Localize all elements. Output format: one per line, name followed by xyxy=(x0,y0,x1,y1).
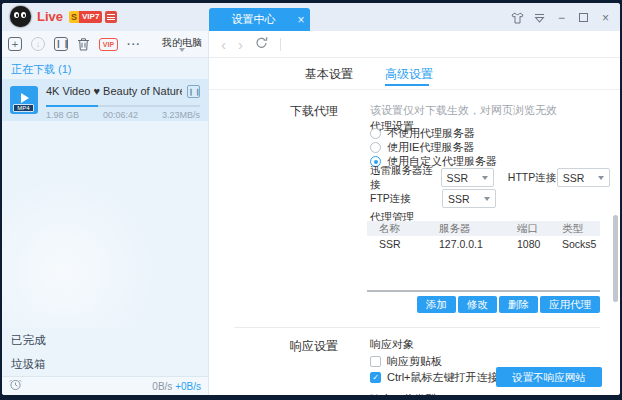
download-list-item[interactable]: MP4 4K Video ♥ Beauty of Nature.mp4 ❙❙ 1… xyxy=(2,79,208,121)
settings-panel: ‹ › 基本设置 高级设置 下载代理 该设置仅对下载生效，对网页浏览无效 代理设… xyxy=(209,31,620,395)
titlebar: Live SVIP7 设置中心 × − × xyxy=(2,3,620,31)
proxy-table-header: 名称 服务器 端口 类型 xyxy=(367,221,600,236)
new-task-icon[interactable]: + xyxy=(8,37,22,51)
app-logo-icon[interactable] xyxy=(10,6,31,27)
window-controls: − × xyxy=(511,11,612,24)
proxy-note: 该设置仅对下载生效，对网页浏览无效 xyxy=(370,103,557,118)
http-connection-select[interactable]: SSR xyxy=(557,168,610,187)
close-button[interactable]: × xyxy=(599,11,612,24)
radio-ie-proxy[interactable]: 使用IE代理服务器 xyxy=(370,141,474,154)
radio-icon[interactable] xyxy=(370,128,381,139)
proxy-connection-row-2: FTP连接 SSR xyxy=(370,189,496,208)
settings-content: 基本设置 高级设置 下载代理 该设置仅对下载生效，对网页浏览无效 代理设置 不使… xyxy=(209,58,620,395)
video-thumbnail: MP4 xyxy=(10,86,38,114)
delete-proxy-button[interactable]: 删除 xyxy=(499,296,538,313)
section-separator xyxy=(234,327,600,328)
active-tab-underline xyxy=(385,84,429,86)
proxy-table: 名称 服务器 端口 类型 SSR 127.0.0.1 1080 Socks5 xyxy=(367,221,600,292)
sidebar: + ↓ ❙❙ VIP ··· 我的电脑 正在下载 (1) MP4 xyxy=(2,31,209,395)
app-window: Live SVIP7 设置中心 × − × + ↓ xyxy=(0,0,622,400)
tabs-separator xyxy=(209,89,620,90)
tab-advanced-settings[interactable]: 高级设置 xyxy=(385,66,433,83)
pause-download-icon[interactable]: ❙❙ xyxy=(54,37,68,51)
checkbox-checked-icon[interactable]: ✓ xyxy=(370,372,381,383)
format-badge: MP4 xyxy=(13,104,34,112)
select-arrow-icon xyxy=(484,197,490,201)
download-speed: 3.23MB/s xyxy=(162,110,200,120)
speed-indicator: 0B/s +0B/s xyxy=(152,381,201,392)
tab-title: 设置中心 xyxy=(209,12,292,27)
more-actions-icon[interactable]: ··· xyxy=(127,38,141,50)
ftp-connection-select[interactable]: SSR xyxy=(442,189,496,208)
svip-s: S xyxy=(69,11,79,23)
minimize-button[interactable]: − xyxy=(555,11,568,24)
progress-bar xyxy=(46,105,200,107)
sidebar-item-completed[interactable]: 已完成 xyxy=(2,328,208,352)
response-object-label: 响应对象 xyxy=(370,337,414,352)
my-computer-label: 我的电脑 xyxy=(162,37,202,48)
file-size: 1.98 GB xyxy=(46,110,79,120)
radio-icon[interactable] xyxy=(370,142,381,153)
checkbox-icon[interactable] xyxy=(370,356,381,367)
proxy-table-row[interactable]: SSR 127.0.0.1 1080 Socks5 xyxy=(367,236,600,253)
sidebar-item-trash[interactable]: 垃圾箱 xyxy=(2,352,208,376)
down-speed: 0B/s xyxy=(152,381,172,392)
live-label: Live xyxy=(37,9,63,24)
forward-icon[interactable]: › xyxy=(238,37,243,52)
proxy-table-empty-area xyxy=(367,253,600,290)
section-download-proxy: 下载代理 xyxy=(290,103,338,120)
up-speed: +0B/s xyxy=(175,381,201,392)
download-stats: 1.98 GB 00:06:42 3.23MB/s xyxy=(46,110,200,120)
set-nonresponse-sites-button[interactable]: 设置不响应网站 xyxy=(496,367,602,387)
back-icon[interactable]: ‹ xyxy=(221,37,226,52)
response-download-type-label: 响应下载类型 xyxy=(370,392,436,395)
sidebar-item-downloading[interactable]: 正在下载 (1) xyxy=(2,58,208,79)
proxy-connection-row-1: 迅雷服务器连接 SSR HTTP连接 SSR xyxy=(370,168,610,187)
elapsed-time: 00:06:42 xyxy=(103,110,138,120)
progress-fill xyxy=(46,105,98,107)
item-pause-button[interactable]: ❙❙ xyxy=(187,85,200,98)
main-menu-icon[interactable] xyxy=(533,11,546,24)
delete-task-icon[interactable] xyxy=(77,37,90,51)
vip-badges[interactable]: SVIP7 xyxy=(69,11,117,23)
select-arrow-icon xyxy=(598,176,604,180)
my-computer-dropdown[interactable]: 我的电脑 xyxy=(162,37,202,52)
add-proxy-button[interactable]: 添加 xyxy=(417,296,456,313)
svip-level: VIP7 xyxy=(79,11,102,23)
download-title: 4K Video ♥ Beauty of Nature.mp4 xyxy=(46,85,182,97)
maximize-button[interactable] xyxy=(577,11,590,24)
start-download-icon[interactable]: ↓ xyxy=(31,37,45,51)
skin-icon[interactable] xyxy=(511,11,524,24)
play-icon xyxy=(21,93,29,103)
tab-close-icon[interactable]: × xyxy=(292,13,310,27)
thunder-connection-select[interactable]: SSR xyxy=(441,168,494,187)
statusbar: 0B/s +0B/s xyxy=(2,376,208,395)
scrollbar-thumb[interactable] xyxy=(613,215,618,302)
download-toolbar: + ↓ ❙❙ VIP ··· 我的电脑 xyxy=(2,31,208,58)
refresh-icon[interactable] xyxy=(255,35,268,53)
brand: Live SVIP7 xyxy=(10,6,117,27)
browser-navbar: ‹ › xyxy=(209,31,620,58)
svip-badge[interactable]: SVIP7 xyxy=(69,11,102,23)
sidebar-watermark xyxy=(2,121,208,328)
thunder-connection-label: 迅雷服务器连接 xyxy=(370,164,441,192)
vip-accelerate-icon[interactable]: VIP xyxy=(99,38,118,51)
year-vip-badge-icon[interactable] xyxy=(105,11,117,23)
http-connection-label: HTTP连接 xyxy=(508,171,557,185)
navbar-divider xyxy=(280,38,281,51)
modify-proxy-button[interactable]: 修改 xyxy=(458,296,497,313)
select-arrow-icon xyxy=(482,176,488,180)
chevron-down-icon xyxy=(179,48,185,52)
apply-proxy-button[interactable]: 应用代理 xyxy=(540,296,600,313)
proxy-buttons: 添加 修改 删除 应用代理 xyxy=(367,296,600,313)
schedule-clock-icon[interactable] xyxy=(9,377,22,395)
radio-no-proxy[interactable]: 不使用代理服务器 xyxy=(370,127,475,140)
ftp-connection-label: FTP连接 xyxy=(370,192,442,206)
tab-settings-center[interactable]: 设置中心 × xyxy=(209,8,310,31)
checkbox-clipboard[interactable]: 响应剪贴板 xyxy=(370,355,442,368)
tab-basic-settings[interactable]: 基本设置 xyxy=(305,66,353,83)
section-response-settings: 响应设置 xyxy=(290,338,338,355)
